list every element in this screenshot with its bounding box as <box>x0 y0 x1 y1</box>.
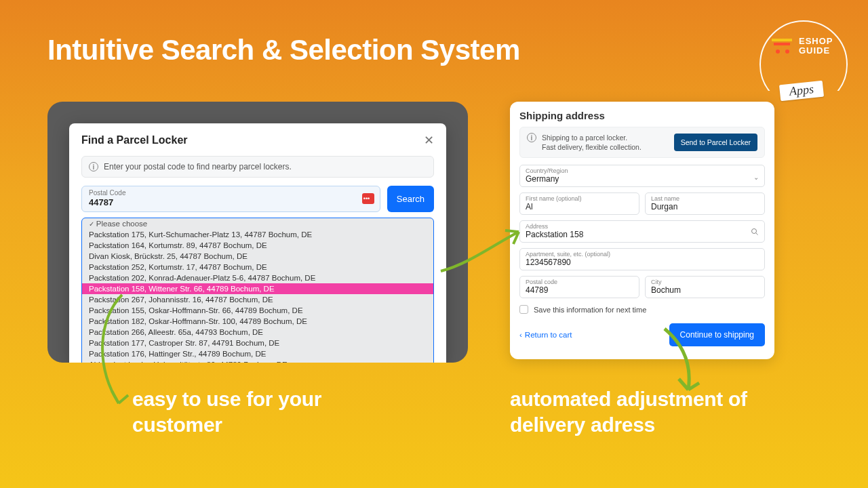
modal-hint: i Enter your postal code to find nearby … <box>81 156 434 178</box>
first-name-value: Al <box>526 202 633 211</box>
address-input[interactable]: Address Packstation 158 <box>519 220 765 243</box>
logo-line2: GUIDE <box>799 46 833 56</box>
parcel-locker-modal: Find a Parcel Locker ✕ i Enter your post… <box>69 123 446 363</box>
city-input[interactable]: City Bochum <box>645 276 765 298</box>
city-label: City <box>651 279 759 285</box>
notice-line2: Fast delivery, flexible collection. <box>542 142 642 152</box>
dropdown-option[interactable]: Packstation 176, Hattinger Str., 44789 B… <box>82 348 433 359</box>
dropdown-option[interactable]: Packstation 177, Castroper Str. 87, 4479… <box>82 338 433 348</box>
country-value: Germany <box>526 174 759 184</box>
return-to-cart-link[interactable]: ‹ Return to cart <box>519 331 572 339</box>
city-value: Bochum <box>651 285 759 295</box>
password-manager-icon[interactable] <box>362 193 374 204</box>
dropdown-placeholder: Please choose <box>82 218 433 229</box>
postal-code-input[interactable]: Postal code 44789 <box>519 276 639 298</box>
dropdown-option[interactable]: Packstation 266, Alleestr. 65a, 44793 Bo… <box>82 327 433 338</box>
address-label: Address <box>526 223 759 230</box>
info-icon: i <box>527 133 536 142</box>
page-title: Intuitive Search & Selection System <box>47 34 520 66</box>
checkbox-icon[interactable] <box>519 305 528 314</box>
country-select[interactable]: Country/Region Germany ⌄ <box>519 165 765 187</box>
info-icon: i <box>89 162 98 171</box>
dropdown-option[interactable]: Packstation 182, Oskar-Hoffmann-Str. 100… <box>82 316 433 327</box>
dropdown-option[interactable]: Packstation 252, Kortumstr. 17, 44787 Bo… <box>82 262 433 272</box>
shipping-heading: Shipping address <box>519 110 765 121</box>
first-name-input[interactable]: First name (optional) Al <box>519 192 639 215</box>
save-info-label: Save this information for next time <box>534 306 646 314</box>
search-icon[interactable] <box>751 228 759 238</box>
notice-line1: Shipping to a parcel locker. <box>542 133 642 142</box>
postal-code-label: Postal Code <box>89 189 373 197</box>
dropdown-option[interactable]: Packstation 267, Johannisstr. 16, 44787 … <box>82 294 433 305</box>
shipping-address-panel: Shipping address i Shipping to a parcel … <box>510 102 774 359</box>
caption-right: automated adjustment of delivery adress <box>510 386 768 437</box>
country-label: Country/Region <box>526 167 759 174</box>
dropdown-option[interactable]: Packstation 202, Konrad-Adenauer-Platz 5… <box>82 272 433 283</box>
dropdown-option[interactable]: Divan Kiosk, Brückstr. 25, 44787 Bochum,… <box>82 251 433 262</box>
last-name-value: Durgan <box>651 202 759 211</box>
modal-hint-text: Enter your postal code to find nearby pa… <box>104 162 292 171</box>
send-to-locker-button[interactable]: Send to Parcel Locker <box>674 134 757 151</box>
return-label: Return to cart <box>525 331 572 339</box>
dropdown-option[interactable]: Packstation 158, Wittener Str. 66, 44789… <box>82 283 433 294</box>
parcel-notice: i Shipping to a parcel locker. Fast deli… <box>519 127 765 158</box>
save-info-checkbox-row[interactable]: Save this information for next time <box>519 305 765 314</box>
address-value: Packstation 158 <box>526 230 759 239</box>
postal-code-value: 44787 <box>89 197 373 207</box>
svg-line-1 <box>756 233 758 235</box>
left-screenshot-panel: Find a Parcel Locker ✕ i Enter your post… <box>47 102 468 363</box>
postal-code-input[interactable]: Postal Code 44787 <box>81 186 380 212</box>
dropdown-option[interactable]: Packstation 164, Kortumstr. 89, 44787 Bo… <box>82 240 433 251</box>
brand-logo: ESHOP GUIDE Apps <box>760 20 848 108</box>
chevron-left-icon: ‹ <box>519 331 522 339</box>
locker-dropdown[interactable]: Please choosePackstation 175, Kurt-Schum… <box>81 218 434 363</box>
dropdown-option[interactable]: Aida orient books, Universitätsstr. 89, … <box>82 359 433 363</box>
cart-icon <box>772 37 795 55</box>
modal-title: Find a Parcel Locker <box>81 134 188 146</box>
continue-button[interactable]: Continue to shipping <box>669 323 765 346</box>
apps-tag: Apps <box>779 81 824 102</box>
postal-label: Postal code <box>526 279 633 285</box>
chevron-down-icon: ⌄ <box>753 174 759 181</box>
apartment-input[interactable]: Apartment, suite, etc. (optional) 123456… <box>519 248 765 270</box>
apartment-value: 1234567890 <box>526 258 759 267</box>
close-icon[interactable]: ✕ <box>424 133 434 148</box>
postal-value: 44789 <box>526 285 633 295</box>
first-name-label: First name (optional) <box>526 195 633 202</box>
search-button[interactable]: Search <box>387 186 434 212</box>
last-name-input[interactable]: Last name Durgan <box>645 192 765 215</box>
caption-left: easy to use for your customer <box>132 386 376 437</box>
dropdown-option[interactable]: Packstation 155, Oskar-Hoffmann-Str. 66,… <box>82 305 433 316</box>
svg-point-0 <box>752 229 757 234</box>
dropdown-option[interactable]: Packstation 175, Kurt-Schumacher-Platz 1… <box>82 229 433 240</box>
last-name-label: Last name <box>651 195 759 202</box>
logo-line1: ESHOP <box>799 37 833 46</box>
apartment-label: Apartment, suite, etc. (optional) <box>526 251 759 258</box>
